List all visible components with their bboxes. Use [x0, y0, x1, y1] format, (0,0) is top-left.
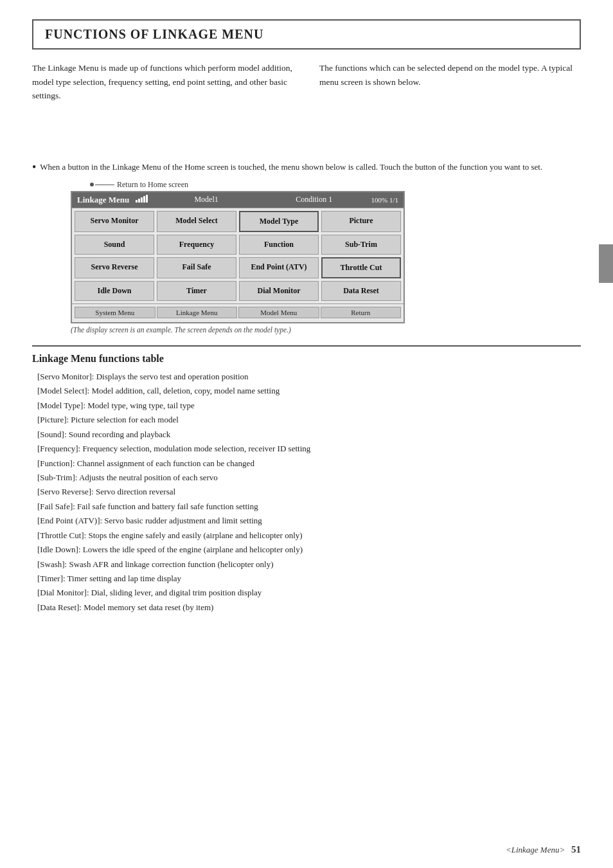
- menu-btn-picture[interactable]: Picture: [321, 211, 401, 232]
- menu-tabs: System Menu Linkage Menu Model Menu Retu…: [72, 303, 404, 318]
- menu-btn-model-type[interactable]: Model Type: [239, 211, 319, 232]
- bullet-note: • When a button in the Linkage Menu of t…: [32, 161, 581, 174]
- menu-btn-data-reset[interactable]: Data Reset: [321, 281, 401, 301]
- menu-grid: Servo Monitor Model Select Model Type Pi…: [72, 208, 404, 303]
- return-line: [95, 185, 114, 185]
- return-label-row: Return to Home screen: [90, 180, 188, 190]
- menu-btn-servo-monitor[interactable]: Servo Monitor: [75, 211, 154, 232]
- topbar-percent: 100% 1/1: [371, 196, 398, 204]
- functions-table-title: Linkage Menu functions table: [32, 353, 581, 365]
- footer-page-number: 51: [571, 844, 581, 854]
- intro-col-right: The functions which can be selected depe…: [319, 61, 581, 103]
- menu-btn-throttle-cut[interactable]: Throttle Cut: [321, 257, 401, 278]
- menu-btn-frequency[interactable]: Frequency: [157, 235, 236, 255]
- menu-screen: Linkage Menu Model1 Condition 1 100% 1/1…: [71, 191, 405, 323]
- tab-return[interactable]: Return: [321, 307, 402, 318]
- list-item: [Timer]: Timer setting and lap time disp…: [37, 572, 581, 585]
- page-footer: <Linkage Menu> 51: [506, 844, 581, 855]
- list-item: [Picture]: Picture selection for each mo…: [37, 413, 581, 426]
- list-item: [Throttle Cut]: Stops the engine safely …: [37, 529, 581, 542]
- list-item: [Dial Monitor]: Dial, sliding lever, and…: [37, 586, 581, 599]
- menu-diagram: Return to Home screen Linkage Menu Model…: [71, 180, 581, 334]
- list-item: [Idle Down]: Lowers the idle speed of th…: [37, 543, 581, 556]
- topbar-model: Model1: [155, 195, 257, 204]
- diagram-caption: (The display screen is an example. The s…: [71, 326, 291, 334]
- page-title: FUNCTIONS OF LINKAGE MENU: [45, 27, 568, 42]
- intro-section: The Linkage Menu is made up of functions…: [32, 61, 581, 103]
- menu-btn-dial-monitor[interactable]: Dial Monitor: [239, 281, 319, 301]
- menu-btn-sound[interactable]: Sound: [75, 235, 154, 255]
- list-item: [Servo Monitor]: Displays the servo test…: [37, 370, 581, 383]
- menu-topbar: Linkage Menu Model1 Condition 1 100% 1/1: [72, 192, 404, 208]
- list-item: [Fail Safe]: Fail safe function and batt…: [37, 500, 581, 513]
- signal-icon: [136, 195, 149, 205]
- list-item: [Swash]: Swash AFR and linkage correctio…: [37, 557, 581, 571]
- list-item: [Sub-Trim]: Adjusts the neutral position…: [37, 471, 581, 484]
- list-item: [Servo Reverse]: Servo direction reversa…: [37, 485, 581, 498]
- menu-btn-fail-safe[interactable]: Fail Safe: [157, 257, 236, 278]
- list-item: [Function]: Channel assignment of each f…: [37, 457, 581, 470]
- tab-model-menu[interactable]: Model Menu: [238, 307, 319, 318]
- list-item: [Model Select]: Model addition, call, de…: [37, 384, 581, 397]
- section-divider: [32, 345, 581, 347]
- page-header: FUNCTIONS OF LINKAGE MENU: [32, 19, 581, 50]
- tab-linkage-menu[interactable]: Linkage Menu: [157, 307, 238, 318]
- footer-label: <Linkage Menu>: [506, 845, 565, 854]
- topbar-linkage: Linkage Menu: [77, 195, 129, 205]
- intro-col-left: The Linkage Menu is made up of functions…: [32, 61, 294, 103]
- menu-btn-idle-down[interactable]: Idle Down: [75, 281, 154, 301]
- bullet-note-wrapper: • When a button in the Linkage Menu of t…: [32, 161, 581, 174]
- tab-system-menu[interactable]: System Menu: [75, 307, 155, 318]
- list-item: [End Point (ATV)]: Servo basic rudder ad…: [37, 514, 581, 527]
- list-item: [Model Type]: Model type, wing type, tai…: [37, 399, 581, 412]
- menu-btn-servo-reverse[interactable]: Servo Reverse: [75, 257, 154, 278]
- list-item: [Sound]: Sound recording and playback: [37, 428, 581, 441]
- list-item: [Frequency]: Frequency selection, modula…: [37, 442, 581, 455]
- menu-btn-end-point[interactable]: End Point (ATV): [239, 257, 319, 278]
- menu-btn-function[interactable]: Function: [239, 235, 319, 255]
- functions-list: [Servo Monitor]: Displays the servo test…: [32, 370, 581, 614]
- list-item: [Data Reset]: Model memory set data rese…: [37, 601, 581, 614]
- menu-btn-model-select[interactable]: Model Select: [157, 211, 236, 232]
- menu-btn-sub-trim[interactable]: Sub-Trim: [321, 235, 401, 255]
- return-dot: [90, 183, 94, 186]
- side-accent: [599, 244, 613, 283]
- functions-table-section: Linkage Menu functions table [Servo Moni…: [32, 353, 581, 614]
- topbar-condition: Condition 1: [263, 195, 365, 204]
- menu-btn-timer[interactable]: Timer: [157, 281, 236, 301]
- bullet-dot-icon: •: [32, 161, 36, 173]
